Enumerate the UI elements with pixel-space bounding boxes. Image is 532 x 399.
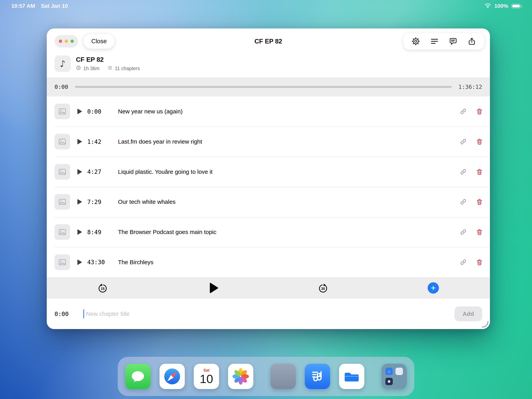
messages-app-icon[interactable] [125,364,151,389]
chapter-artwork-placeholder[interactable] [55,224,70,240]
chapter-title[interactable]: The Birchleys [118,259,153,265]
chapter-artwork-placeholder[interactable] [55,164,70,180]
chapter-play-button[interactable] [77,199,82,205]
add-button[interactable]: Add [455,306,482,321]
chapter-title[interactable]: Our tech white whales [118,199,176,205]
chapter-artwork-placeholder[interactable] [55,134,70,149]
podcast-chapters-window: Close CF EP 82 [47,28,490,329]
episode-chapter-count: 11 chapters [115,66,140,71]
chapter-time: 1:42 [87,138,118,145]
episode-duration: 1h 36m [83,66,100,71]
chapter-time: 43:30 [87,259,118,265]
close-button[interactable]: Close [83,34,114,49]
chapter-row: 0:00 New year new us (again) [47,97,490,127]
chapter-delete-button[interactable] [476,108,483,115]
chapter-link-icon[interactable] [460,108,467,115]
battery-icon [511,4,521,8]
chapter-link-icon[interactable] [460,168,467,175]
files-app-icon[interactable] [339,364,364,389]
chapter-row: 4:27 Liquid plastic. Youâre going to lov… [47,157,490,187]
chapter-link-icon[interactable] [460,199,467,205]
chapter-row: 43:30 The Birchleys [47,247,490,277]
chapter-row: 7:29 Our tech white whales [47,187,490,217]
chapter-play-button[interactable] [77,139,82,145]
skip-back-label: 15 [101,287,105,291]
chapter-row: 8:49 The Browser Podcast goes main topic [47,217,490,247]
clock-icon [76,65,81,71]
header-toolbar [404,33,484,50]
calendar-app-icon[interactable]: Sat 10 [194,364,219,389]
episode-info: ♪ CF EP 82 1h 36m 11 chapters [47,54,490,77]
app-library-folder[interactable]: ♪ [381,364,407,389]
photos-app-icon[interactable] [228,364,253,389]
chapter-time: 7:29 [87,199,118,205]
chapter-list: 0:00 New year new us (again) [47,97,490,277]
chapter-artwork-placeholder[interactable] [55,254,70,270]
status-bar: 10:57 AM Sat Jan 10 100% [0,0,532,12]
chapter-link-icon[interactable] [460,138,467,145]
comment-icon[interactable] [449,37,457,45]
chapter-delete-button[interactable] [476,198,483,205]
status-date: Sat Jan 10 [41,3,68,9]
dock: Sat 10 ♪ [118,357,414,396]
queue-list-icon[interactable] [430,37,438,45]
chapter-link-icon[interactable] [460,259,467,265]
chapter-row: 1:42 Last.fm does year in review right [47,127,490,157]
skip-forward-label: 30 [321,287,325,291]
new-chapter-time: 0:00 [55,310,83,317]
music-playlists-app-icon[interactable] [305,364,330,389]
chapter-time: 4:27 [87,168,118,175]
chapter-delete-button[interactable] [476,168,483,175]
chapter-count-icon [107,65,112,71]
new-chapter-composer: 0:00 Add [47,299,490,329]
chapter-play-button[interactable] [77,229,82,235]
battery-percent: 100% [494,3,508,9]
music-note-icon: ♪ [55,56,71,72]
chapter-title[interactable]: The Browser Podcast goes main topic [118,229,216,235]
chapter-title[interactable]: New year new us (again) [118,108,183,115]
chapter-play-button[interactable] [77,109,82,114]
settings-gear-icon[interactable] [412,37,420,45]
skip-back-15-button[interactable]: 15 [97,282,108,294]
chapter-title[interactable]: Last.fm does year in review right [118,138,202,145]
progress-strip: 0:00 1:36:12 [47,77,490,97]
chapter-artwork-placeholder[interactable] [55,104,70,119]
calendar-day: 10 [200,373,213,385]
share-icon[interactable] [468,37,476,45]
chapter-link-icon[interactable] [460,229,467,235]
chapter-time: 0:00 [87,108,118,115]
status-time: 10:57 AM [11,3,35,9]
chapter-time: 8:49 [87,229,118,236]
wifi-icon [484,3,491,9]
new-chapter-title-input[interactable] [86,310,449,317]
add-chapter-button[interactable] [428,282,439,294]
episode-title: CF EP 82 [76,56,140,63]
chapter-delete-button[interactable] [476,138,483,145]
chapter-title[interactable]: Liquid plastic. Youâre going to love it [118,168,212,175]
window-header: Close CF EP 82 [47,28,490,54]
resize-handle-icon[interactable] [481,320,489,329]
chapter-play-button[interactable] [77,169,82,175]
progress-elapsed: 0:00 [55,84,68,90]
chapter-artwork-placeholder[interactable] [55,194,70,210]
safari-app-icon[interactable] [159,364,185,389]
calendar-weekday: Sat [203,368,209,373]
play-button[interactable] [209,283,218,293]
skip-forward-30-button[interactable]: 30 [317,282,329,294]
chapter-play-button[interactable] [77,259,82,265]
progress-track[interactable] [75,86,452,88]
chapter-delete-button[interactable] [476,229,483,236]
placeholder-app-icon[interactable] [271,364,296,389]
progress-total: 1:36:12 [458,84,482,90]
player-bar: 15 30 [47,277,490,299]
chapter-delete-button[interactable] [476,259,483,266]
text-caret [83,309,84,318]
